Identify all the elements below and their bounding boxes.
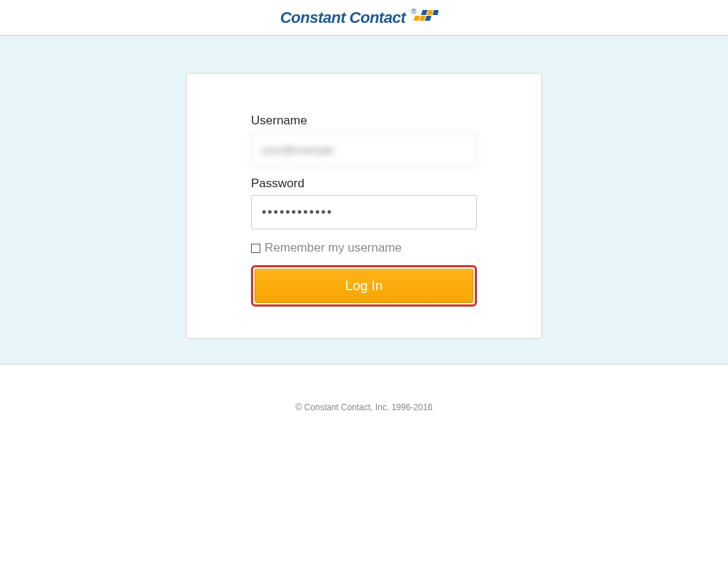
svg-rect-2: [425, 16, 431, 21]
remember-label: Remember my username: [265, 241, 402, 255]
login-card: Username Password Remember my username L…: [186, 73, 542, 339]
logo-text: Constant Contact: [280, 9, 405, 27]
svg-rect-1: [419, 16, 426, 21]
svg-rect-3: [421, 10, 428, 15]
svg-rect-0: [413, 16, 420, 21]
logo: Constant Contact ®: [280, 9, 448, 27]
registered-mark: ®: [411, 8, 416, 16]
username-label: Username: [251, 114, 477, 128]
main-area: Username Password Remember my username L…: [0, 36, 728, 364]
header: Constant Contact ®: [0, 0, 728, 36]
password-label: Password: [251, 177, 477, 191]
login-button[interactable]: Log In: [255, 269, 473, 303]
login-button-highlight: Log In: [251, 265, 477, 307]
svg-rect-5: [433, 10, 438, 15]
password-group: Password: [251, 177, 477, 229]
copyright-text: © Constant Contact, Inc. 1996-2016: [295, 402, 433, 412]
footer: © Constant Contact, Inc. 1996-2016: [0, 364, 728, 413]
remember-row: Remember my username: [251, 241, 477, 255]
remember-checkbox[interactable]: [251, 244, 260, 253]
svg-rect-4: [427, 10, 433, 15]
username-group: Username: [251, 114, 477, 167]
password-input[interactable]: [251, 195, 477, 229]
username-input[interactable]: [251, 132, 477, 167]
